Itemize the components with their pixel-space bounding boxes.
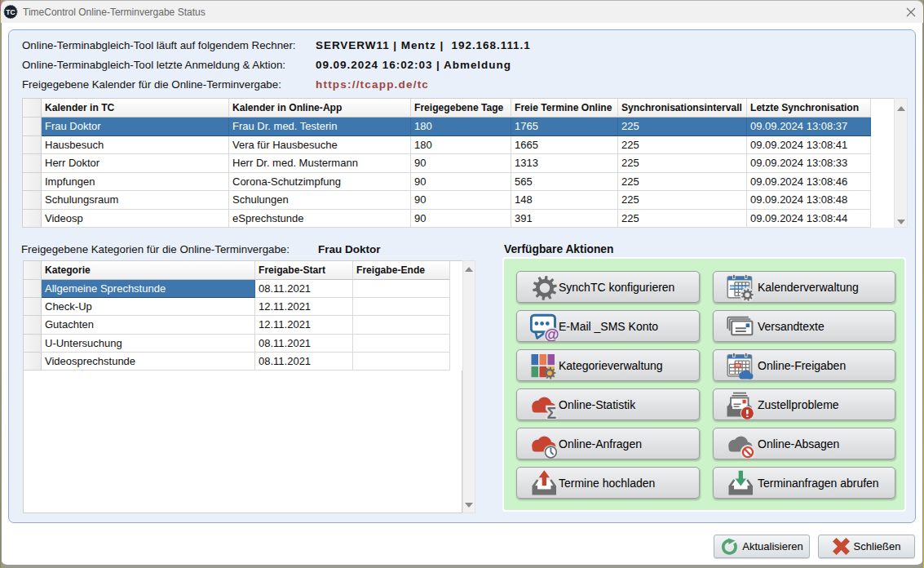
svg-text:Σ: Σ <box>546 404 556 419</box>
svg-text:@: @ <box>544 326 559 341</box>
svg-text:TC: TC <box>6 8 15 16</box>
